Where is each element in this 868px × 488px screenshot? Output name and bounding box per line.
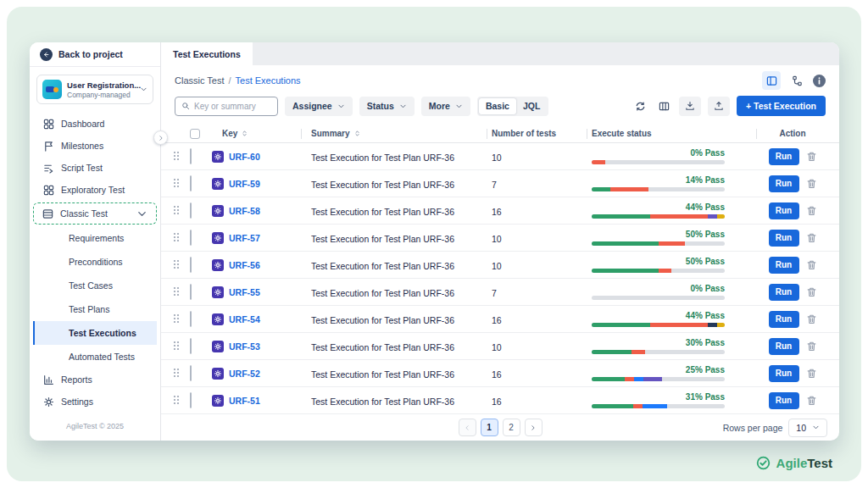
drag-handle-icon[interactable]	[173, 232, 180, 242]
drag-handle-icon[interactable]	[173, 313, 180, 324]
create-test-execution-button[interactable]: + Test Execution	[737, 96, 826, 116]
sidebar-item-test-plans[interactable]: Test Plans	[33, 297, 157, 321]
sidebar-item-exploratory-test[interactable]: Exploratory Test	[33, 179, 157, 201]
run-button[interactable]: Run	[769, 148, 799, 165]
row-checkbox[interactable]	[190, 284, 192, 300]
drag-handle-icon[interactable]	[173, 341, 180, 351]
info-icon[interactable]	[813, 75, 826, 87]
run-button[interactable]: Run	[769, 338, 799, 355]
next-page-button[interactable]	[525, 419, 542, 436]
columns-icon[interactable]	[655, 97, 672, 114]
back-to-project-button[interactable]: Back to project	[30, 42, 160, 67]
drag-handle-icon[interactable]	[173, 286, 180, 297]
trash-icon[interactable]	[806, 178, 817, 189]
filter-more-dropdown[interactable]: More	[421, 97, 470, 116]
sidebar-item-preconditions[interactable]: Preconditions	[33, 250, 157, 274]
sidebar-item-settings[interactable]: Settings	[33, 391, 157, 413]
refresh-icon[interactable]	[632, 97, 648, 114]
drag-handle-icon[interactable]	[173, 368, 180, 378]
filter-status-dropdown[interactable]: Status	[359, 97, 415, 116]
issue-key-link[interactable]: URF-60	[229, 152, 260, 162]
issue-key-link[interactable]: URF-55	[229, 287, 260, 297]
sidebar-item-test-executions[interactable]: Test Executions	[33, 321, 157, 345]
run-button[interactable]: Run	[769, 202, 799, 219]
sidebar-collapse-toggle[interactable]	[153, 130, 168, 145]
tab-test-executions[interactable]: Test Executions	[161, 42, 253, 65]
board-view-icon[interactable]	[762, 71, 781, 90]
gear-icon	[214, 288, 222, 297]
import-button[interactable]	[679, 97, 701, 116]
sidebar-item-classic-test[interactable]: Classic Test	[33, 202, 157, 225]
pass-percentage-label: 44% Pass	[592, 311, 725, 320]
project-selector[interactable]: User Registration... Company-managed	[36, 75, 153, 104]
issue-key-link[interactable]: URF-51	[229, 396, 260, 406]
issue-key-link[interactable]: URF-53	[229, 341, 260, 352]
header-key-label: Key	[222, 129, 237, 138]
sidebar-item-milestones[interactable]: Milestones	[33, 135, 157, 157]
run-button[interactable]: Run	[769, 311, 799, 328]
sidebar-item-label: Settings	[61, 396, 93, 407]
trash-icon[interactable]	[806, 368, 817, 379]
row-checkbox[interactable]	[190, 202, 192, 219]
progress-segment-yellow	[717, 323, 725, 327]
select-all-checkbox[interactable]	[190, 129, 200, 139]
row-checkbox[interactable]	[190, 392, 192, 408]
filter-assignee-dropdown[interactable]: Assignee	[285, 97, 353, 116]
trash-icon[interactable]	[806, 205, 817, 216]
sidebar-item-automated-tests[interactable]: Automated Tests	[33, 345, 157, 369]
run-button[interactable]: Run	[769, 257, 799, 274]
row-checkbox[interactable]	[190, 338, 192, 354]
sidebar-item-requirements[interactable]: Requirements	[33, 226, 157, 250]
trash-icon[interactable]	[806, 286, 817, 297]
sidebar-item-dashboard[interactable]: Dashboard	[33, 113, 157, 135]
sidebar-item-test-cases[interactable]: Test Cases	[33, 274, 157, 297]
issue-key-link[interactable]: URF-56	[229, 260, 260, 270]
trash-icon[interactable]	[806, 313, 817, 324]
breadcrumb-test-executions[interactable]: Test Executions	[236, 75, 301, 86]
drag-handle-icon[interactable]	[173, 178, 180, 188]
breadcrumb-classic-test[interactable]: Classic Test	[175, 75, 224, 86]
search-input[interactable]	[194, 102, 271, 111]
header-key[interactable]: Key	[212, 129, 301, 138]
run-button[interactable]: Run	[769, 284, 799, 301]
drag-handle-icon[interactable]	[173, 259, 180, 269]
run-button[interactable]: Run	[769, 365, 799, 382]
row-checkbox[interactable]	[190, 175, 192, 191]
issue-key-link[interactable]: URF-58	[229, 206, 260, 216]
drag-handle-icon[interactable]	[173, 395, 180, 405]
header-summary[interactable]: Summary	[301, 129, 487, 138]
issue-key-link[interactable]: URF-54	[229, 314, 260, 324]
issue-key-link[interactable]: URF-57	[229, 233, 260, 243]
page-button-1[interactable]: 1	[481, 419, 498, 436]
row-checkbox[interactable]	[190, 311, 192, 327]
sort-icon[interactable]	[353, 129, 361, 138]
drag-handle-icon[interactable]	[173, 205, 180, 215]
sidebar-item-reports[interactable]: Reports	[33, 369, 157, 391]
tree-view-icon[interactable]	[787, 71, 806, 90]
run-button[interactable]: Run	[769, 392, 799, 409]
prev-page-button[interactable]	[459, 419, 476, 436]
rows-per-page-select[interactable]: 10	[788, 419, 827, 437]
sort-icon[interactable]	[241, 129, 248, 138]
trash-icon[interactable]	[806, 341, 817, 352]
trash-icon[interactable]	[806, 232, 817, 243]
export-button[interactable]	[708, 97, 730, 116]
page-button-2[interactable]: 2	[503, 419, 520, 436]
issue-key-link[interactable]: URF-59	[229, 179, 260, 189]
row-checkbox[interactable]	[190, 230, 192, 246]
mode-basic-button[interactable]: Basic	[479, 98, 516, 114]
brand-part2: Test	[807, 456, 832, 470]
run-button[interactable]: Run	[769, 230, 799, 247]
drag-handle-icon[interactable]	[173, 151, 180, 161]
trash-icon[interactable]	[806, 395, 817, 406]
issue-key-link[interactable]: URF-52	[229, 369, 260, 379]
mode-jql-button[interactable]: JQL	[516, 98, 547, 114]
sidebar-item-script-test[interactable]: Script Test	[33, 157, 157, 179]
row-checkbox[interactable]	[190, 365, 192, 381]
trash-icon[interactable]	[806, 151, 817, 162]
trash-icon[interactable]	[806, 259, 817, 270]
row-checkbox[interactable]	[190, 148, 192, 164]
run-button[interactable]: Run	[769, 175, 799, 192]
issue-summary: Test Execution for Test Plan URF-36	[311, 342, 454, 352]
row-checkbox[interactable]	[190, 257, 192, 273]
